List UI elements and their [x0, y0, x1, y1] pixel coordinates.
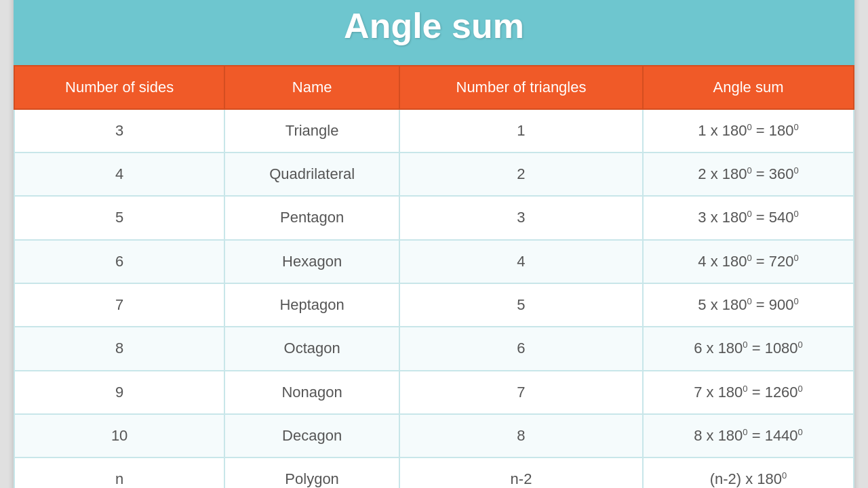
cell-triangles: 6 [399, 327, 643, 370]
cell-angle-sum: 4 x 1800 = 7200 [643, 240, 854, 283]
cell-sides: 9 [14, 371, 224, 414]
angle-sum-table: Number of sides Name Number of triangles… [14, 65, 854, 488]
table-row: 9Nonagon77 x 1800 = 12600 [14, 371, 854, 414]
page-title: Angle sum [27, 5, 841, 46]
table-row: 5Pentagon33 x 1800 = 5400 [14, 196, 854, 239]
cell-name: Hexagon [224, 240, 399, 283]
table-row: 10Decagon88 x 1800 = 14400 [14, 414, 854, 458]
cell-angle-sum: 3 x 1800 = 5400 [643, 196, 854, 239]
cell-triangles: 7 [399, 371, 643, 414]
cell-triangles: 2 [399, 152, 643, 196]
cell-name: Decagon [224, 414, 399, 458]
cell-sides: n [14, 458, 224, 488]
table-row: 3Triangle11 x 1800 = 1800 [14, 109, 854, 152]
cell-angle-sum: 8 x 1800 = 14400 [643, 414, 854, 458]
cell-name: Pentagon [224, 196, 399, 239]
header-row: Number of sides Name Number of triangles… [14, 66, 854, 109]
cell-triangles: 5 [399, 283, 643, 327]
cell-name: Polygon [224, 458, 399, 488]
cell-sides: 8 [14, 327, 224, 370]
cell-triangles: 8 [399, 414, 643, 458]
cell-triangles: 4 [399, 240, 643, 283]
cell-angle-sum: 5 x 1800 = 9000 [643, 283, 854, 327]
cell-sides: 5 [14, 196, 224, 239]
header-sides: Number of sides [14, 66, 224, 109]
cell-name: Octagon [224, 327, 399, 370]
table-body: 3Triangle11 x 1800 = 18004Quadrilateral2… [14, 109, 854, 488]
cell-angle-sum: 6 x 1800 = 10800 [643, 327, 854, 370]
cell-sides: 10 [14, 414, 224, 458]
table-row: 8Octagon66 x 1800 = 10800 [14, 327, 854, 370]
cell-sides: 7 [14, 283, 224, 327]
header-name: Name [224, 66, 399, 109]
cell-triangles: n-2 [399, 458, 643, 488]
cell-angle-sum: (n-2) x 1800 [643, 458, 854, 488]
header-angle-sum: Angle sum [643, 66, 854, 109]
cell-name: Quadrilateral [224, 152, 399, 196]
table-row: 6Hexagon44 x 1800 = 7200 [14, 240, 854, 283]
table-row: 4Quadrilateral22 x 1800 = 3600 [14, 152, 854, 196]
cell-angle-sum: 1 x 1800 = 1800 [643, 109, 854, 152]
cell-triangles: 3 [399, 196, 643, 239]
table-row: nPolygonn-2(n-2) x 1800 [14, 458, 854, 488]
cell-name: Triangle [224, 109, 399, 152]
table-row: 7Heptagon55 x 1800 = 9000 [14, 283, 854, 327]
table-header: Number of sides Name Number of triangles… [14, 66, 854, 109]
main-container: Angle sum Number of sides Name Number of… [14, 0, 854, 488]
cell-triangles: 1 [399, 109, 643, 152]
cell-sides: 4 [14, 152, 224, 196]
cell-angle-sum: 7 x 1800 = 12600 [643, 371, 854, 414]
cell-name: Nonagon [224, 371, 399, 414]
cell-angle-sum: 2 x 1800 = 3600 [643, 152, 854, 196]
cell-name: Heptagon [224, 283, 399, 327]
cell-sides: 3 [14, 109, 224, 152]
header-triangles: Number of triangles [399, 66, 643, 109]
title-bar: Angle sum [14, 0, 854, 65]
cell-sides: 6 [14, 240, 224, 283]
